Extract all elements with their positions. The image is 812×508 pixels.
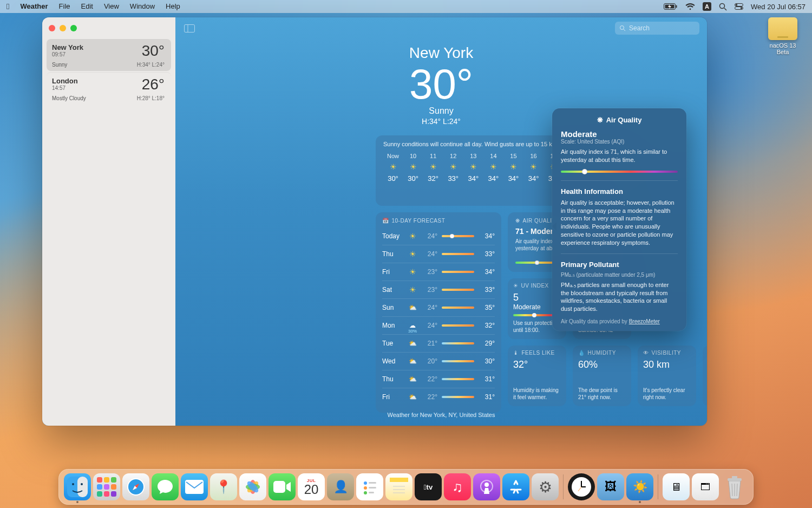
svg-point-29: [364, 481, 367, 485]
menu-bar:  Weather File Edit View Window Help A W…: [0, 0, 812, 13]
forecast-row[interactable]: Fri☀︎23°34°: [382, 263, 495, 281]
hour-cell: 10☀︎30°: [403, 153, 423, 183]
humidity-icon: 💧: [578, 350, 585, 356]
dock-calendar[interactable]: JUL20: [298, 473, 325, 500]
dock-clock[interactable]: [568, 473, 595, 500]
pressure-card[interactable]: ⏲PRESSURE =1 009hPa LowHigh: [703, 346, 707, 406]
svg-line-4: [724, 8, 726, 10]
city-item-london[interactable]: London 14:57 26° Mostly Cloudy H:28° L:1…: [47, 72, 171, 105]
city-temp: 26°: [142, 76, 165, 93]
menu-view[interactable]: View: [99, 0, 125, 13]
dock-contacts[interactable]: 👤: [327, 473, 354, 500]
dock-weather[interactable]: ☀️: [626, 473, 653, 500]
input-source-badge[interactable]: A: [703, 2, 711, 11]
forecast-row[interactable]: Sat☀︎23°33°: [382, 281, 495, 298]
search-field[interactable]: Search: [615, 22, 699, 35]
menu-file[interactable]: File: [54, 0, 76, 13]
svg-point-33: [364, 491, 367, 494]
forecast-row[interactable]: Tue⛅21°29°: [382, 334, 495, 352]
forecast-row[interactable]: Fri⛅22°31°: [382, 388, 495, 406]
svg-rect-35: [390, 478, 408, 482]
aqi-summary: Air quality index is 71, which is simila…: [561, 148, 678, 164]
pollutant-heading: Primary Pollutant: [561, 260, 678, 269]
humidity-note: The dew point is 21° right now.: [578, 387, 626, 401]
dock-messages[interactable]: [152, 473, 179, 500]
close-button[interactable]: [49, 25, 55, 31]
hour-cell: 15☀︎34°: [503, 153, 523, 183]
control-center-icon[interactable]: [735, 3, 743, 10]
forecast-row[interactable]: Wed⛅20°30°: [382, 352, 495, 370]
humidity-card[interactable]: 💧HUMIDITY 60% The dew point is 21° right…: [573, 346, 631, 406]
sun-icon: ☀: [513, 283, 519, 289]
dock-tv[interactable]: tv: [415, 473, 442, 500]
svg-point-11: [620, 26, 624, 30]
menu-clock[interactable]: Wed 20 Jul 06:57: [751, 3, 806, 11]
hour-cell: 16☀︎34°: [524, 153, 543, 183]
dock-reminders[interactable]: [356, 473, 383, 500]
minimize-button[interactable]: [60, 25, 66, 31]
battery-icon[interactable]: [664, 3, 678, 10]
dock-finder[interactable]: [64, 473, 91, 500]
dock-settings[interactable]: ⚙: [532, 473, 559, 500]
svg-point-8: [741, 7, 743, 9]
health-text: Air quality is acceptable; however, poll…: [561, 199, 678, 247]
dock-music[interactable]: ♫: [444, 473, 471, 500]
dock-maps[interactable]: 📍: [210, 473, 237, 500]
dock-separator: [563, 474, 564, 499]
hour-cell: 11☀︎32°: [423, 153, 443, 183]
svg-point-39: [484, 483, 489, 487]
thermometer-icon: 🌡: [513, 350, 519, 356]
sidebar-toggle-button[interactable]: [183, 23, 196, 34]
city-list: New York 09:57 30° Sunny H:34° L:24° Lon…: [42, 39, 175, 106]
visibility-card[interactable]: 👁VISIBILITY 30 km It's perfectly clear r…: [638, 346, 696, 406]
dock-minimized-window[interactable]: 🗔: [692, 473, 719, 500]
dock-podcasts[interactable]: [473, 473, 500, 500]
sidebar: New York 09:57 30° Sunny H:34° L:24° Lon…: [42, 17, 175, 426]
dock-trash[interactable]: [721, 473, 748, 500]
hero-temp: 30°: [175, 63, 707, 105]
dock: 📍 JUL20 👤 tv ♫ ⚙ 🖼 ☀️ 🖥 🗔: [58, 469, 754, 505]
forecast-row[interactable]: Thu⛅22°31°: [382, 370, 495, 388]
svg-rect-16: [77, 477, 88, 497]
maximize-button[interactable]: [70, 25, 77, 31]
city-high-low: H:34° L:24°: [137, 62, 165, 68]
feels-like-card[interactable]: 🌡FEELS LIKE 32° Humidity is making it fe…: [508, 346, 566, 406]
visibility-value: 30 km: [643, 359, 691, 370]
aqi-level: Moderate: [561, 129, 678, 139]
ten-day-forecast-card[interactable]: 📅 10-DAY FORECAST Today☀︎24°34°Thu☀︎24°3…: [376, 212, 501, 413]
city-temp: 30°: [142, 42, 165, 60]
provider-link[interactable]: BreezoMeter: [629, 318, 660, 324]
forecast-row[interactable]: Mon☁︎30%24°32°: [382, 316, 495, 334]
search-placeholder: Search: [629, 24, 650, 32]
aqi-icon: ❋: [597, 116, 603, 124]
forecast-row[interactable]: Sun⛅24°35°: [382, 298, 495, 316]
menu-edit[interactable]: Edit: [76, 0, 99, 13]
search-icon: [619, 25, 626, 31]
spotlight-icon[interactable]: [719, 3, 727, 11]
wifi-icon[interactable]: [685, 3, 695, 10]
dock-screenshot[interactable]: 🖥: [663, 473, 690, 500]
dock-appstore[interactable]: [502, 473, 529, 500]
desktop-drive[interactable]: nacOS 13 Beta: [763, 17, 802, 55]
aqi-icon: ❋: [515, 218, 520, 224]
svg-point-18: [81, 483, 83, 485]
dock-photos[interactable]: [239, 473, 266, 500]
apple-menu[interactable]: : [4, 0, 15, 13]
city-item-new-york[interactable]: New York 09:57 30° Sunny H:34° L:24°: [47, 39, 171, 71]
menu-window[interactable]: Window: [125, 0, 160, 13]
forecast-row[interactable]: Today☀︎24°34°: [382, 227, 495, 245]
dock-preview[interactable]: 🖼: [597, 473, 624, 500]
dock-mail[interactable]: [181, 473, 208, 500]
air-quality-popover: ❋Air Quality Moderate Scale: United Stat…: [552, 108, 686, 331]
dock-safari[interactable]: [122, 473, 149, 500]
dock-notes[interactable]: [385, 473, 412, 500]
forecast-row[interactable]: Thu☀︎24°33°: [382, 245, 495, 263]
svg-point-17: [72, 483, 74, 485]
menu-help[interactable]: Help: [160, 0, 186, 13]
dock-launchpad[interactable]: [93, 473, 120, 500]
drive-icon: [768, 17, 797, 40]
app-menu[interactable]: Weather: [15, 0, 53, 13]
hour-cell: 14☀︎34°: [483, 153, 503, 183]
dock-facetime[interactable]: [269, 473, 296, 500]
footer-location: Weather for New York, NY, United States: [175, 412, 707, 418]
